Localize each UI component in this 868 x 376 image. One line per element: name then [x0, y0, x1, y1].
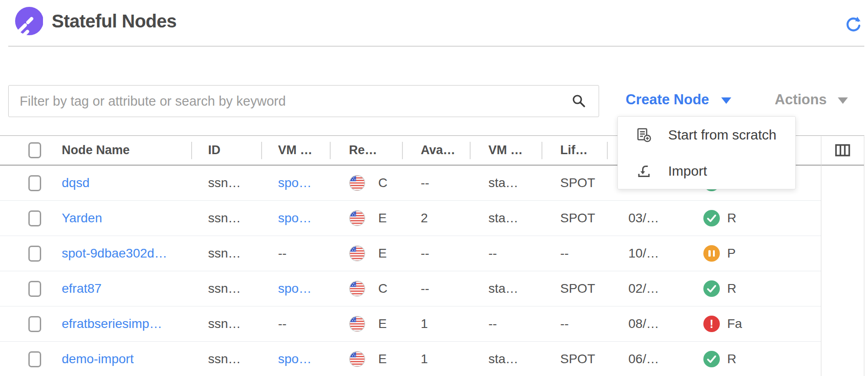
column-header-availability-zone: Ava…: [421, 143, 455, 157]
region-letter: E: [378, 211, 387, 226]
table-row: efrat87 ssn… spo…: [0, 271, 864, 306]
column-header-id: ID: [208, 143, 220, 157]
status-paused-icon: [703, 245, 720, 262]
node-id: ssn…: [191, 211, 261, 226]
created-date: 02/…: [607, 281, 701, 296]
menu-item-label: Import: [668, 163, 707, 179]
column-header-vm-size: VM …: [488, 143, 523, 157]
status-label: Fa: [727, 317, 742, 331]
node-name-link[interactable]: efrat87: [54, 281, 191, 296]
status-cell: ! R: [701, 351, 821, 367]
row-checkbox[interactable]: [28, 281, 41, 297]
vm-name: --: [261, 246, 330, 261]
region-cell: C: [330, 175, 402, 191]
created-date: 06/…: [607, 352, 701, 366]
header-divider: [8, 46, 864, 47]
us-flag-icon: [349, 210, 365, 226]
region-letter: E: [378, 352, 387, 366]
node-name-link[interactable]: efratbseriesimp…: [54, 317, 191, 331]
create-node-label: Create Node: [626, 91, 709, 108]
select-all-checkbox[interactable]: [28, 142, 41, 158]
create-node-menu: Start from scratch Import: [617, 116, 796, 189]
column-header-lifecycle: Lif…: [560, 143, 588, 157]
vm-name[interactable]: spo…: [261, 352, 330, 366]
lifecycle: SPOT: [541, 176, 607, 190]
refresh-icon: [844, 16, 863, 34]
vm-size: --: [470, 246, 541, 261]
status-label: R: [727, 211, 736, 226]
us-flag-icon: [349, 245, 365, 262]
status-cell: ! Fa: [701, 316, 821, 332]
column-header-region: Re…: [349, 143, 377, 157]
page-title: Stateful Nodes: [52, 11, 177, 32]
availability-zone: --: [402, 246, 470, 261]
region-letter: C: [378, 176, 387, 190]
table-row: demo-import ssn… spo…: [0, 342, 864, 376]
availability-zone: 1: [402, 317, 470, 331]
node-name-link[interactable]: demo-import: [54, 352, 191, 366]
chevron-down-icon: [838, 97, 848, 104]
status-failed-icon: !: [703, 316, 720, 332]
status-cell: ! P: [701, 245, 821, 262]
region-letter: E: [378, 246, 387, 261]
node-name-link[interactable]: Yarden: [54, 211, 191, 226]
region-cell: E: [330, 210, 402, 226]
availability-zone: --: [402, 281, 470, 296]
menu-item-start-from-scratch[interactable]: Start from scratch: [618, 117, 795, 153]
vm-name[interactable]: spo…: [261, 281, 330, 296]
spot-logo-icon: [11, 5, 43, 39]
filter-box: [8, 85, 599, 117]
lifecycle: SPOT: [541, 281, 607, 296]
status-running-icon: [703, 210, 720, 226]
stateful-nodes-page: Stateful Nodes Create Node Actions: [0, 0, 868, 376]
availability-zone: --: [402, 176, 470, 190]
view-columns-icon: [834, 141, 852, 160]
pinned-column: [821, 136, 864, 376]
lifecycle: SPOT: [541, 211, 607, 226]
node-id: ssn…: [191, 352, 261, 366]
us-flag-icon: [349, 351, 365, 367]
actions-button[interactable]: Actions: [775, 88, 848, 112]
lifecycle: SPOT: [541, 352, 607, 366]
column-header-node-name: Node Name: [62, 143, 130, 157]
availability-zone: 1: [402, 352, 470, 366]
vm-name: --: [261, 317, 330, 331]
region-letter: C: [378, 281, 387, 296]
row-checkbox[interactable]: [28, 210, 41, 226]
row-checkbox[interactable]: [28, 246, 41, 262]
vm-size: --: [470, 317, 541, 331]
region-letter: E: [378, 317, 387, 331]
created-date: 03/…: [607, 211, 701, 226]
row-checkbox[interactable]: [28, 316, 41, 332]
region-cell: E: [330, 316, 402, 332]
create-node-button[interactable]: Create Node: [626, 88, 731, 112]
status-running-icon: [703, 351, 720, 367]
vm-size: sta…: [470, 176, 541, 190]
node-id: ssn…: [191, 246, 261, 261]
region-cell: E: [330, 351, 402, 367]
pinned-column-header: [821, 136, 864, 166]
us-flag-icon: [349, 316, 365, 332]
filter-input[interactable]: [8, 85, 599, 117]
status-label: R: [727, 281, 736, 296]
menu-item-label: Start from scratch: [668, 127, 777, 143]
note-add-icon: [636, 127, 652, 143]
row-checkbox[interactable]: [28, 351, 41, 367]
vm-size: sta…: [470, 352, 541, 366]
column-header-vm-name: VM …: [278, 143, 312, 157]
node-name-link[interactable]: dqsd: [54, 176, 191, 190]
lifecycle: --: [541, 246, 607, 261]
menu-item-import[interactable]: Import: [618, 153, 795, 189]
created-date: 08/…: [607, 317, 701, 331]
region-cell: C: [330, 280, 402, 297]
row-checkbox[interactable]: [28, 175, 41, 191]
status-label: P: [727, 246, 736, 261]
node-name-link[interactable]: spot-9dbae302d…: [54, 246, 191, 261]
vm-name[interactable]: spo…: [261, 176, 330, 190]
vm-name[interactable]: spo…: [261, 211, 330, 226]
refresh-button[interactable]: [844, 16, 863, 34]
status-cell: ! R: [701, 280, 821, 297]
lifecycle: --: [541, 317, 607, 331]
region-cell: E: [330, 245, 402, 262]
column-picker-button[interactable]: [834, 141, 852, 160]
